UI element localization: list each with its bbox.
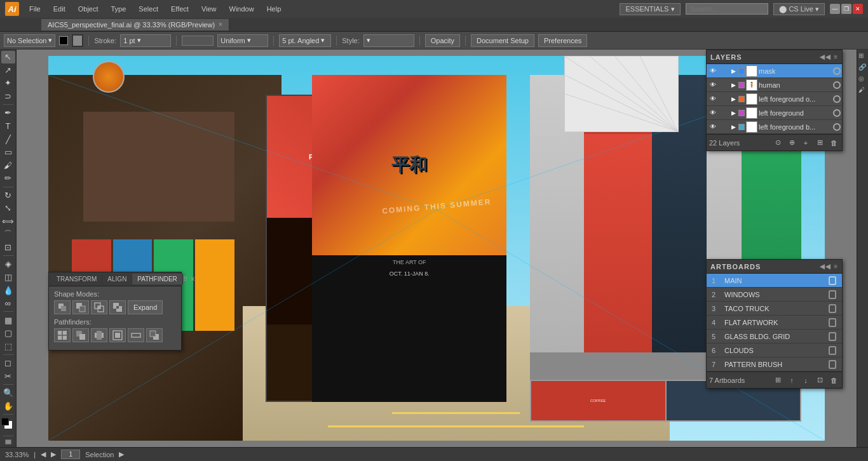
symbols-icon[interactable]: ◎ bbox=[858, 75, 867, 84]
prev-page-button[interactable]: ◀ bbox=[41, 450, 46, 458]
restore-button[interactable]: ❐ bbox=[841, 4, 851, 14]
artboard-row-2[interactable]: 2 WINDOWS bbox=[707, 288, 842, 302]
slice-tool[interactable]: ⬚ bbox=[1, 340, 15, 352]
search-input[interactable] bbox=[686, 3, 768, 15]
essentials-button[interactable]: ESSENTIALS ▾ bbox=[620, 3, 681, 15]
artboards-menu-btn[interactable]: ≡ bbox=[834, 263, 838, 270]
paintbrush-tool[interactable]: 🖌 bbox=[1, 159, 15, 171]
selection-tool[interactable]: ↖ bbox=[1, 51, 15, 63]
delete-artboard-icon[interactable]: 🗑 bbox=[828, 375, 839, 386]
fill-color-box[interactable] bbox=[59, 36, 68, 45]
minus-back-btn[interactable] bbox=[146, 328, 163, 342]
opacity-button[interactable]: Opacity bbox=[425, 34, 460, 47]
stroke-box[interactable] bbox=[1, 418, 9, 425]
zoom-tool[interactable]: 🔍 bbox=[1, 387, 15, 399]
menu-file[interactable]: File bbox=[27, 4, 43, 14]
document-setup-button[interactable]: Document Setup bbox=[471, 34, 534, 47]
panel-collapse-icon[interactable]: ◀◀ bbox=[820, 53, 831, 60]
next-page-button[interactable]: ▶ bbox=[51, 450, 56, 458]
layer-row-leftfg1[interactable]: 👁 ▶ left foreground o... bbox=[707, 92, 842, 106]
new-layer-icon[interactable]: ⊞ bbox=[814, 137, 825, 149]
scale-tool[interactable]: ⤡ bbox=[1, 202, 15, 215]
navigation-disc[interactable] bbox=[93, 61, 125, 93]
artboard-row-5[interactable]: 5 GLASS BLDG. GRID bbox=[707, 330, 842, 344]
brushes-icon[interactable]: 🖌 bbox=[858, 86, 867, 95]
layer-target-icon[interactable] bbox=[833, 67, 841, 75]
make-clipping-mask-icon[interactable]: ⊕ bbox=[786, 137, 797, 149]
hand-tool[interactable]: ✋ bbox=[1, 399, 15, 412]
layer-row-leftfg2[interactable]: 👁 ▶ left foreground bbox=[707, 106, 842, 120]
move-up-icon[interactable]: ↑ bbox=[786, 375, 797, 386]
layer-expand-icon-5[interactable]: ▶ bbox=[729, 123, 737, 131]
divide-btn[interactable] bbox=[54, 328, 71, 342]
transform-panel-close[interactable]: ✕ bbox=[190, 276, 195, 283]
graph-tool[interactable]: ▦ bbox=[1, 314, 15, 326]
layer-row-leftfg3[interactable]: 👁 ▶ left foreground b... bbox=[707, 120, 842, 134]
exclude-btn[interactable] bbox=[109, 300, 126, 314]
free-transform-tool[interactable]: ⊡ bbox=[1, 241, 15, 254]
pencil-tool[interactable]: ✏ bbox=[1, 172, 15, 185]
eyedropper-tool[interactable]: 💧 bbox=[1, 284, 15, 297]
outline-btn[interactable] bbox=[128, 328, 144, 342]
layer-target-icon-5[interactable] bbox=[833, 123, 841, 131]
gradient-tool[interactable]: ◫ bbox=[1, 271, 15, 284]
layer-eye-icon[interactable]: 👁 bbox=[708, 66, 718, 76]
close-button[interactable]: ✕ bbox=[853, 4, 863, 14]
links-icon[interactable]: 🔗 bbox=[858, 63, 867, 72]
layer-expand-icon-3[interactable]: ▶ bbox=[729, 95, 737, 103]
rotate-tool[interactable]: ↻ bbox=[1, 189, 15, 201]
menu-object[interactable]: Object bbox=[76, 4, 101, 14]
layer-target-icon-2[interactable] bbox=[833, 81, 841, 89]
intersect-btn[interactable] bbox=[91, 300, 107, 314]
new-sublayer-icon[interactable]: + bbox=[800, 137, 811, 149]
uniform-dropdown[interactable]: Uniform ▾ bbox=[217, 34, 268, 47]
panel-menu-btn[interactable]: ≡ bbox=[834, 53, 838, 60]
move-down-icon[interactable]: ↓ bbox=[800, 375, 811, 386]
line-tool[interactable]: ╱ bbox=[1, 133, 15, 145]
stroke-weight-dropdown[interactable]: 1 pt ▾ bbox=[120, 34, 171, 47]
trim-btn[interactable] bbox=[72, 328, 89, 342]
tab-transform[interactable]: TRANSFORM bbox=[51, 274, 102, 284]
menu-window[interactable]: Window bbox=[227, 4, 257, 14]
layer-eye-icon-5[interactable]: 👁 bbox=[708, 122, 718, 132]
artboard-tool[interactable]: ▢ bbox=[1, 327, 15, 340]
tab-close-icon[interactable]: × bbox=[219, 21, 222, 28]
locate-object-icon[interactable]: ⊙ bbox=[772, 137, 783, 149]
tab-align[interactable]: ALIGN bbox=[102, 274, 132, 284]
shape-builder-tool[interactable]: ◈ bbox=[1, 258, 15, 271]
canvas-area[interactable]: POST NO BILLS NEW ALBUM 平和 THE ART OF OC… bbox=[17, 50, 857, 447]
artboard-row-3[interactable]: 3 TACO TRUCK bbox=[707, 302, 842, 316]
menu-effect[interactable]: Effect bbox=[168, 4, 191, 14]
menu-help[interactable]: Help bbox=[264, 4, 284, 14]
layer-expand-icon[interactable]: ▶ bbox=[729, 67, 737, 75]
properties-icon[interactable]: ⊞ bbox=[858, 52, 867, 61]
pen-tool[interactable]: ✒ bbox=[1, 107, 15, 119]
warp-tool[interactable]: ⌒ bbox=[1, 228, 15, 241]
tab-pathfinder[interactable]: PATHFINDER bbox=[132, 274, 182, 284]
artboard-options-icon[interactable]: ⊡ bbox=[814, 375, 825, 386]
delete-layer-icon[interactable]: 🗑 bbox=[828, 137, 839, 149]
layer-eye-icon-2[interactable]: 👁 bbox=[708, 80, 718, 90]
normal-screen-mode[interactable] bbox=[5, 439, 11, 444]
expand-button[interactable]: Expand bbox=[128, 300, 163, 314]
stroke-color-box[interactable] bbox=[72, 34, 83, 47]
layer-eye-icon-4[interactable]: 👁 bbox=[708, 108, 718, 118]
magic-wand-tool[interactable]: ✦ bbox=[1, 77, 15, 90]
shape-tool[interactable]: ▭ bbox=[1, 146, 15, 159]
menu-type[interactable]: Type bbox=[109, 4, 129, 14]
preferences-button[interactable]: Preferences bbox=[538, 34, 587, 47]
selection-dropdown[interactable]: No Selection ▾ bbox=[4, 34, 55, 47]
menu-view[interactable]: View bbox=[199, 4, 219, 14]
lasso-tool[interactable]: ⊃ bbox=[1, 90, 15, 103]
layer-target-icon-4[interactable] bbox=[833, 109, 841, 117]
new-artboard-icon[interactable]: ⊞ bbox=[772, 375, 783, 386]
eraser-tool[interactable]: ◻ bbox=[1, 357, 15, 370]
transform-panel-grip[interactable]: ⠿ bbox=[183, 276, 187, 283]
unite-btn[interactable] bbox=[54, 300, 71, 314]
blend-tool[interactable]: ∞ bbox=[1, 297, 15, 310]
layer-expand-icon-4[interactable]: ▶ bbox=[729, 109, 737, 117]
minimize-button[interactable]: — bbox=[830, 4, 840, 14]
merge-btn[interactable] bbox=[91, 328, 107, 342]
artboard-row-6[interactable]: 6 CLOUDS bbox=[707, 344, 842, 357]
layer-eye-icon-3[interactable]: 👁 bbox=[708, 94, 718, 104]
